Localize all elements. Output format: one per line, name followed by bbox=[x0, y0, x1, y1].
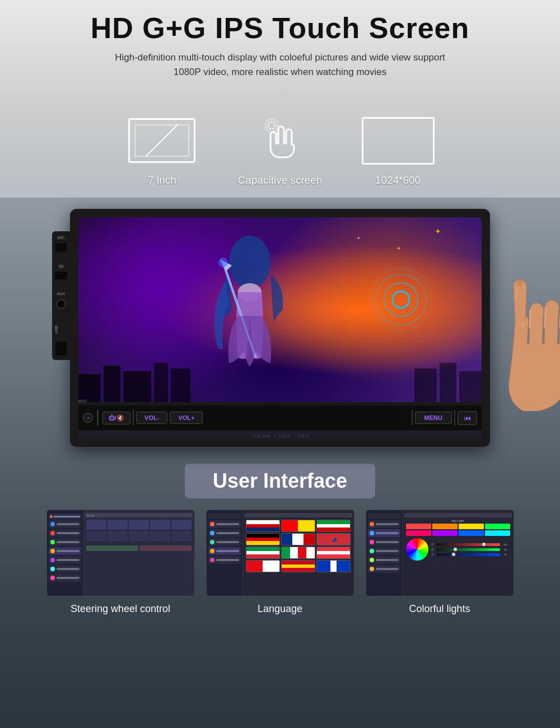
g-slider[interactable] bbox=[436, 548, 500, 551]
b-slider-row: B 76 bbox=[431, 553, 510, 556]
r-slider[interactable] bbox=[436, 543, 500, 546]
svg-point-0 bbox=[268, 122, 275, 129]
swatch-yellow bbox=[459, 524, 484, 529]
nav-text-1 bbox=[57, 523, 80, 525]
scr3-dot-5 bbox=[370, 558, 374, 562]
btn-g8 bbox=[129, 531, 149, 541]
rst-icon: ↺ bbox=[87, 416, 90, 420]
scr-nav-item-6 bbox=[49, 565, 81, 573]
scr3-item-1 bbox=[368, 520, 400, 528]
star-particle-2: ✦ bbox=[396, 245, 401, 251]
btn-g1 bbox=[86, 520, 106, 530]
power-mute-button[interactable]: ⏻/🔇 bbox=[102, 412, 130, 424]
ui-labels-row: Steering wheel control Language Colorful… bbox=[22, 603, 538, 615]
scr-nav-item-7 bbox=[49, 574, 81, 582]
nav-text-4 bbox=[57, 550, 80, 552]
save-area bbox=[86, 545, 138, 551]
r-thumb bbox=[482, 543, 486, 547]
swatch-pink bbox=[406, 530, 431, 536]
capacitive-icon-box bbox=[238, 113, 322, 169]
btn-g5 bbox=[171, 520, 192, 530]
scr-bottom-row bbox=[85, 544, 193, 552]
ui-section: User Interface bbox=[0, 452, 560, 632]
scr3-line-6 bbox=[376, 568, 399, 570]
mic-slot bbox=[55, 243, 67, 252]
svg-point-1 bbox=[265, 119, 278, 132]
controls-bar: RST ↺ ⏻/🔇 VOL- VOL+ MENU ⏮ bbox=[78, 405, 482, 430]
key-color-label: Key Color bbox=[404, 519, 512, 523]
nav-text-2 bbox=[57, 532, 80, 534]
label-steering: Steering wheel control bbox=[46, 603, 195, 615]
flag-us bbox=[246, 520, 280, 532]
svg-point-18 bbox=[370, 269, 432, 330]
reflection-bar: VOL- VOL+ MENU bbox=[78, 431, 482, 441]
rst-label: RST bbox=[78, 399, 87, 404]
scr-nav-item-3 bbox=[49, 538, 81, 546]
btn-g7 bbox=[108, 531, 128, 541]
scr2-item-4-active bbox=[208, 547, 241, 555]
vol-plus-button[interactable]: VOL+ bbox=[170, 412, 203, 424]
sd-label: SD bbox=[54, 264, 68, 268]
screen-size-icon-box bbox=[120, 113, 204, 169]
scr3-main-header bbox=[404, 513, 512, 517]
swatch-purple bbox=[432, 530, 458, 536]
color-swatches-grid bbox=[404, 523, 512, 536]
nav-dot-1 bbox=[50, 522, 55, 526]
scr3-item-4 bbox=[368, 547, 400, 555]
scr3-line-1 bbox=[376, 523, 399, 525]
b-slider[interactable] bbox=[436, 553, 500, 556]
nav-dot-4 bbox=[50, 549, 55, 553]
screenshot-colors: Key Color bbox=[366, 510, 514, 596]
spacer1 bbox=[54, 255, 68, 261]
scr3-line-3 bbox=[376, 541, 399, 543]
color-wheel-row: R 255 G 83 bbox=[404, 536, 512, 562]
star-particle-3: ✦ bbox=[357, 236, 361, 241]
scr2-line-2 bbox=[216, 532, 239, 534]
r-value: 255 bbox=[501, 543, 510, 546]
scr2-dot-1 bbox=[210, 522, 214, 526]
btn-g9 bbox=[150, 531, 170, 541]
scr-main-2 bbox=[243, 510, 354, 596]
divider-3 bbox=[412, 410, 413, 426]
scr3-header bbox=[368, 514, 400, 519]
game-background: ✦ ✦ ✦ bbox=[78, 217, 482, 402]
scr2-item-3 bbox=[208, 538, 241, 546]
scr2-item-1 bbox=[208, 520, 241, 528]
svg-rect-7 bbox=[414, 368, 437, 402]
b-value: 76 bbox=[501, 553, 510, 556]
touch-ripple-effect bbox=[367, 266, 435, 335]
features-row: 7 inch Capacitive screen 1024*600 bbox=[0, 96, 560, 198]
scr3-item-3 bbox=[368, 538, 400, 546]
screenshot-3-inner: Key Color bbox=[366, 510, 514, 596]
scr2-dot-5 bbox=[210, 558, 214, 562]
feature-capacitive: Capacitive screen bbox=[237, 113, 322, 186]
g-value: 83 bbox=[501, 548, 510, 551]
svg-rect-8 bbox=[440, 363, 456, 402]
swatch-blue bbox=[459, 530, 484, 536]
btn-g10 bbox=[171, 531, 192, 541]
menu-button[interactable]: MENU bbox=[415, 412, 452, 424]
flag-il bbox=[316, 560, 351, 572]
reset-area bbox=[139, 545, 192, 551]
scr-sidebar-2 bbox=[207, 510, 243, 596]
device-wrapper: MIC SD AUX USB bbox=[70, 209, 490, 447]
spacer3 bbox=[54, 312, 68, 318]
rst-button[interactable]: ↺ bbox=[83, 413, 93, 423]
swatch-cyan bbox=[485, 530, 510, 536]
flag-de bbox=[246, 533, 280, 545]
prev-button[interactable]: ⏮ bbox=[458, 411, 477, 425]
yin-yang-kr bbox=[331, 536, 337, 542]
swatch-orange bbox=[432, 524, 458, 529]
r-label: R bbox=[431, 543, 435, 546]
label-language: Language bbox=[206, 603, 354, 615]
scr3-line-4 bbox=[376, 550, 399, 552]
scr3-dot-4 bbox=[370, 549, 374, 553]
vol-minus-button[interactable]: VOL- bbox=[136, 412, 167, 424]
divider-1 bbox=[97, 410, 99, 426]
nav-text-7 bbox=[57, 577, 80, 579]
screen-display: ✦ ✦ ✦ bbox=[78, 217, 482, 402]
scr2-dot-4 bbox=[210, 549, 214, 553]
scr3-item-5 bbox=[368, 556, 400, 564]
usb-label: USB bbox=[54, 321, 68, 338]
rgb-sliders: R 255 G 83 bbox=[431, 543, 510, 556]
